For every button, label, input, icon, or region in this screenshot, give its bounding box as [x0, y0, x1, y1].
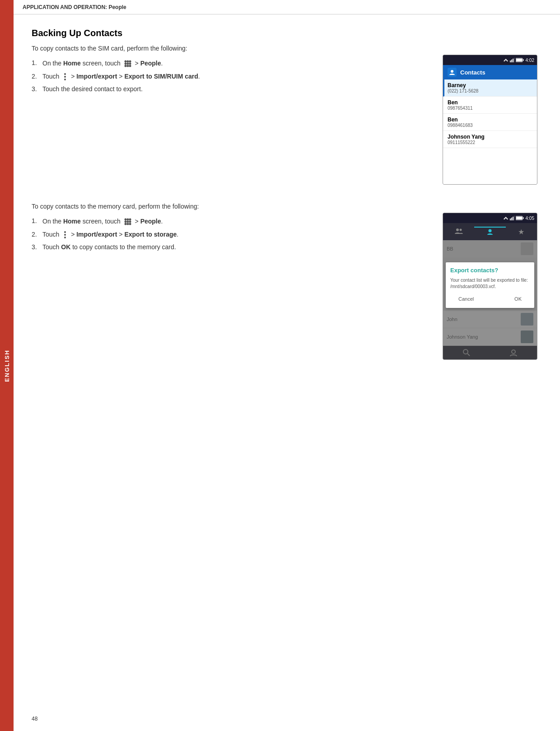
contact-name-ben2: Ben: [448, 116, 532, 123]
step-2-2: Touch > Import/export > Export to storag…: [32, 231, 425, 239]
svg-point-5: [129, 63, 131, 65]
wifi-signal-icon: [503, 58, 509, 62]
contact-name-ben1: Ben: [448, 99, 532, 106]
contacts-tabs: ★: [443, 223, 537, 240]
page-header: APPLICATION AND OPERATION: People: [14, 0, 560, 14]
svg-rect-33: [511, 218, 512, 220]
svg-point-2: [129, 61, 131, 63]
status-bar-2: 4:05: [443, 213, 537, 223]
svg-rect-15: [514, 58, 514, 62]
app-grid-icon-2: [123, 217, 132, 226]
screenshot2-time: 4:05: [526, 216, 534, 221]
app-grid-icon: [123, 59, 132, 68]
screenshot2-content: BB Export contacts? Your contact list wi…: [443, 240, 537, 359]
svg-point-31: [64, 237, 66, 238]
svg-point-28: [129, 223, 131, 225]
steps-list-1: On the Home screen, touch: [32, 59, 425, 93]
section1-intro: To copy contacts to the SIM card, perfor…: [32, 45, 542, 52]
tab-person: [474, 227, 505, 237]
svg-point-27: [126, 223, 129, 225]
step-2-1: On the Home screen, touch: [32, 217, 425, 226]
status-icons-1: [503, 58, 524, 62]
step-1-2-bold1: Import/export: [76, 73, 117, 80]
step-1-1: On the Home screen, touch: [32, 59, 425, 68]
section2-intro: To copy contacts to the memory card, per…: [32, 203, 542, 210]
svg-point-3: [124, 63, 126, 65]
svg-point-0: [124, 61, 126, 63]
menu-dots-icon: [62, 73, 68, 81]
step-2-1-bold2: People: [140, 218, 161, 225]
svg-point-4: [126, 63, 129, 65]
contacts-empty-space: [443, 148, 537, 184]
svg-point-40: [459, 228, 462, 231]
svg-rect-34: [513, 217, 513, 220]
wifi-icon-2: [503, 216, 509, 220]
step-1-1-bold1: Home: [63, 60, 81, 67]
step-2-3-bold: OK: [61, 243, 70, 251]
svg-point-25: [129, 221, 131, 223]
step-1-2-touch: Touch: [42, 73, 59, 80]
section2-block: On the Home screen, touch: [32, 217, 542, 360]
dialog-ok-button[interactable]: OK: [511, 294, 525, 303]
tab-star-icon: ★: [518, 228, 524, 236]
svg-point-19: [451, 70, 453, 73]
battery-icon-2: [516, 216, 524, 220]
screenshot2-container: 4:05: [443, 213, 542, 360]
svg-point-39: [456, 228, 459, 231]
status-bar-1: 4:02: [443, 55, 537, 65]
tab-person-icon: [487, 228, 493, 237]
svg-rect-17: [523, 59, 523, 61]
svg-point-1: [126, 61, 129, 63]
contact-johnson: Johnson Yang 09111555222: [443, 131, 537, 148]
contacts-app-icon: [448, 68, 457, 77]
svg-point-8: [129, 65, 131, 67]
contact-name-barney: Barney: [448, 82, 532, 88]
contacts-header: Contacts: [443, 65, 537, 79]
svg-point-9: [64, 73, 66, 75]
contact-number-barney: (022) 171-5628: [448, 88, 532, 93]
contact-name-johnson: Johnson Yang: [448, 134, 532, 140]
svg-point-7: [126, 65, 129, 67]
people-icon: [448, 69, 456, 76]
section1-block: On the Home screen, touch: [32, 59, 542, 185]
svg-point-22: [129, 219, 131, 221]
language-label: ENGLISH: [4, 349, 10, 382]
svg-point-26: [124, 223, 126, 225]
screenshot1-container: 4:02 Contacts Barney (0: [443, 55, 542, 185]
svg-point-24: [126, 221, 129, 223]
menu-dots-icon-2: [62, 231, 68, 239]
step-1-2-bold2: Export to SIM/RUIM card: [124, 73, 198, 80]
dialog-title: Export contacts?: [450, 267, 530, 274]
tab-people-icon: [455, 228, 463, 236]
battery-icon: [516, 58, 524, 62]
tab-star: ★: [506, 228, 537, 236]
side-language-tab: ENGLISH: [0, 0, 14, 731]
step-2-2-bold2: Export to storage: [124, 231, 177, 238]
section1-steps: On the Home screen, touch: [32, 59, 425, 185]
dialog-buttons: Cancel OK: [450, 294, 530, 303]
tab-people: [443, 228, 474, 236]
svg-rect-35: [514, 216, 514, 220]
contact-number-johnson: 09111555222: [448, 140, 532, 145]
svg-rect-13: [511, 60, 512, 62]
screenshot1-time: 4:02: [526, 58, 534, 63]
step-2-2-touch: Touch: [42, 231, 59, 238]
phone-screenshot-2: 4:05: [443, 213, 537, 360]
svg-point-30: [64, 234, 66, 236]
header-title: APPLICATION AND OPERATION: People: [23, 4, 126, 10]
phone-screenshot-1: 4:02 Contacts Barney (0: [443, 55, 537, 185]
section2-steps: On the Home screen, touch: [32, 217, 425, 360]
svg-point-10: [64, 76, 66, 78]
svg-point-29: [64, 231, 66, 233]
svg-rect-18: [516, 59, 522, 61]
status-icons-2: [503, 216, 524, 220]
svg-point-41: [488, 229, 491, 232]
dialog-cancel-button[interactable]: Cancel: [455, 294, 477, 303]
svg-rect-32: [510, 219, 511, 220]
dialog-body: Your contact list will be exported to fi…: [450, 277, 530, 290]
signal-icon-2: [510, 216, 514, 220]
contact-ben-2: Ben 0988461683: [443, 114, 537, 131]
svg-point-6: [124, 65, 126, 67]
contact-barney: Barney (022) 171-5628: [443, 79, 537, 97]
main-content: Backing Up Contacts To copy contacts to …: [14, 14, 560, 396]
